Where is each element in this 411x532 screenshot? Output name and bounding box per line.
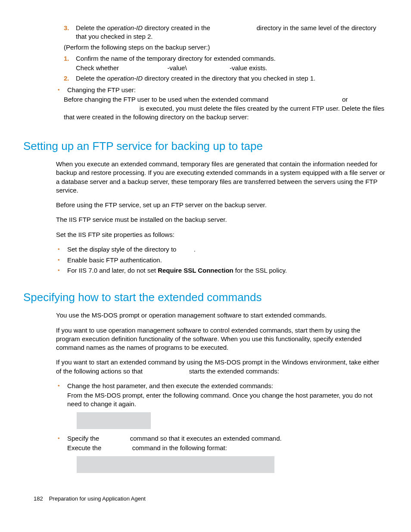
text: Check whether: [76, 64, 121, 72]
text: Set the display style of the directory t…: [67, 246, 178, 253]
code-block-cscript-cmd: cscript "name-of-the-extended-command-to…: [77, 456, 274, 473]
paren-note: (Perform the following steps on the back…: [64, 43, 386, 52]
text: From the MS-DOS prompt, enter the follow…: [67, 391, 386, 409]
text: .: [194, 246, 196, 253]
bullet-display-style: • Set the display style of the directory…: [58, 245, 386, 254]
code-line: cscript //H:Cscript: [79, 417, 148, 425]
bullet-icon: •: [58, 86, 67, 95]
bullet-body: Change the host parameter, and then exec…: [67, 382, 386, 432]
list-number-3: 3.: [64, 24, 76, 41]
code-line: cscript "name-of-the-extended-command-to…: [79, 460, 272, 469]
list-number-2: 2.: [64, 74, 76, 83]
text: Specify the: [67, 435, 101, 442]
code-text: cscript.exe: [144, 367, 187, 375]
footer-title: Preparation for using Application Agent: [49, 495, 146, 502]
code-text: FTP_SUB_DIR: [187, 64, 230, 72]
bullet-basic-auth: • Enable basic FTP authentication.: [58, 256, 386, 265]
code-text: UNIX: [178, 246, 194, 253]
page-content: 3. Delete the operation-ID directory cre…: [0, 0, 411, 495]
para: The IIS FTP service must be installed on…: [56, 215, 386, 224]
bullet-body: For IIS 7.0 and later, do not set Requir…: [67, 266, 386, 275]
code-block-cscript-host: cscript //H:Cscript: [77, 412, 151, 429]
page-number: 182: [34, 495, 43, 502]
text: Before changing the FTP user to be used …: [64, 96, 270, 103]
text: -value exists.: [230, 64, 268, 72]
list-number-1: 1.: [64, 54, 76, 73]
heading-start-commands: Specifying how to start the extended com…: [23, 290, 386, 305]
text: for the SSL policy.: [234, 267, 287, 274]
operation-id-text: operation-ID: [107, 24, 143, 31]
para: If you want to start an extended command…: [56, 358, 386, 376]
bullet-body: Set the display style of the directory t…: [67, 245, 386, 254]
code-text: script_work: [212, 24, 255, 32]
page-footer: 182Preparation for using Application Age…: [34, 495, 146, 503]
text-line: Execute the cscript command in the follo…: [67, 444, 386, 452]
text: Confirm the name of the temporary direct…: [76, 54, 386, 63]
bullet-icon: •: [58, 382, 67, 432]
code-text: EX_DRM_TAPE_BACKUP: [270, 96, 340, 103]
text: directory created in the: [143, 24, 212, 31]
para: You use the MS-DOS prompt or operation m…: [56, 311, 386, 320]
heading-ftp-service: Setting up an FTP service for backing up…: [23, 139, 386, 154]
text: directory created in the directory that …: [143, 75, 315, 82]
text: or: [340, 96, 348, 103]
ordered-item-2-body: Delete the operation-ID directory create…: [76, 74, 386, 83]
bullet-body: Specify the cscript command so that it e…: [67, 434, 386, 476]
text-line: Check whether FTP_HOME_DIR-value\FTP_SUB…: [76, 64, 386, 72]
text: Change the host parameter, and then exec…: [67, 382, 386, 390]
ordered-item-2: 2. Delete the operation-ID directory cre…: [64, 74, 386, 83]
text: -value\: [168, 64, 187, 72]
bullet-icon: •: [58, 266, 67, 275]
para: If you want to use operation management …: [56, 326, 386, 352]
ordered-item-3-body: Delete the operation-ID directory create…: [76, 24, 386, 41]
text: starts the extended commands:: [187, 367, 279, 375]
para: Set the IIS FTP site properties as follo…: [56, 230, 386, 239]
ordered-item-1: 1. Confirm the name of the temporary dir…: [64, 54, 386, 73]
ordered-item-3: 3. Delete the operation-ID directory cre…: [64, 24, 386, 41]
text: Delete the: [76, 24, 107, 31]
para: When you execute an extended command, te…: [56, 160, 386, 195]
code-text: cscript: [103, 444, 130, 452]
bullet-icon: •: [58, 434, 67, 476]
code-text: FTP_HOME_DIR: [121, 64, 167, 72]
text: For IIS 7.0 and later, do not set: [67, 267, 158, 274]
bullet-changing-ftp-user: • Changing the FTP user:: [58, 86, 386, 95]
bullet-icon: •: [58, 245, 67, 254]
bullet-body: Changing the FTP user:: [67, 86, 386, 95]
bullet-label: Changing the FTP user:: [67, 86, 386, 94]
code-text: EX_DRM_TAPE_RESTORE: [64, 105, 138, 112]
ftp-user-text: Before changing the FTP user to be used …: [64, 95, 386, 121]
bullet-change-host: • Change the host parameter, and then ex…: [58, 382, 386, 432]
bullet-body: Enable basic FTP authentication.: [67, 256, 386, 265]
text-line: Specify the cscript command so that it e…: [67, 434, 386, 443]
bullet-icon: •: [58, 256, 67, 265]
ordered-item-1-body: Confirm the name of the temporary direct…: [76, 54, 386, 73]
code-text: cscript: [101, 435, 128, 442]
operation-id-text: operation-ID: [107, 75, 143, 82]
bullet-ssl: • For IIS 7.0 and later, do not set Requ…: [58, 266, 386, 275]
text: Delete the: [76, 75, 107, 82]
bullet-specify-cscript: • Specify the cscript command so that it…: [58, 434, 386, 476]
text: Execute the: [67, 444, 103, 451]
text: command so that it executes an extended …: [128, 435, 282, 442]
bold-text: Require SSL Connection: [158, 267, 234, 274]
para: Before using the FTP service, set up an …: [56, 201, 386, 209]
text: command in the following format:: [131, 444, 227, 451]
